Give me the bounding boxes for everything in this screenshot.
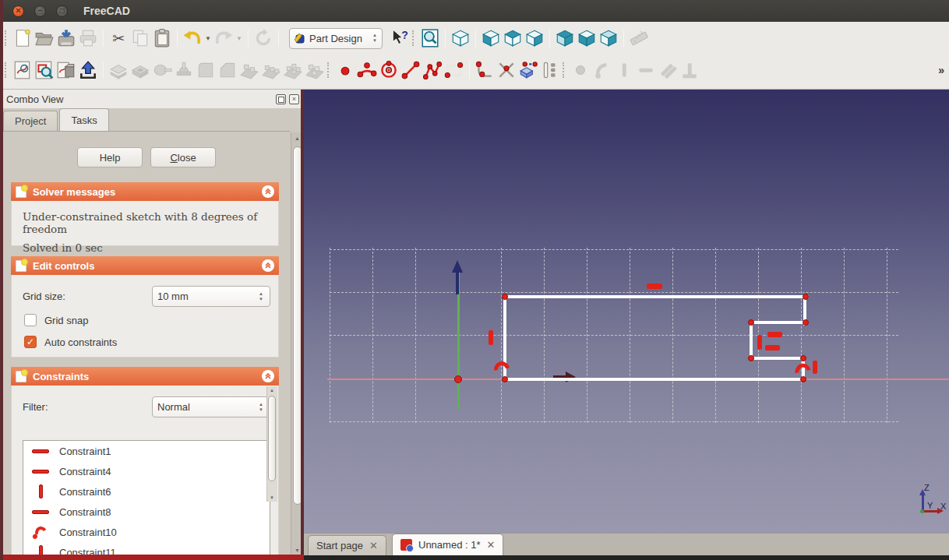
toolbar-handle[interactable]	[563, 62, 566, 78]
sketch-vertex[interactable]	[800, 355, 806, 361]
dock-close-icon[interactable]: ×	[289, 94, 299, 104]
constraint-list-item[interactable]: Constraint6	[23, 481, 270, 502]
constraint-scrollbar-thumb[interactable]	[268, 396, 276, 481]
create-line-icon[interactable]	[400, 59, 422, 81]
sketch-vertex[interactable]	[803, 294, 809, 300]
chamfer-icon[interactable]	[217, 59, 238, 81]
3d-viewport[interactable]: Z Y X	[304, 90, 949, 533]
linear-pattern-icon[interactable]	[260, 59, 282, 81]
filter-spinner-icon[interactable]: ▲▼	[259, 402, 263, 412]
constrain-perpendicular-icon[interactable]	[679, 59, 700, 81]
collapse-icon[interactable]	[262, 370, 274, 382]
toolbar-handle[interactable]	[327, 62, 330, 78]
window-maximize-button[interactable]: □	[56, 5, 68, 17]
pad-icon[interactable]	[108, 59, 129, 81]
close-button[interactable]: Close	[150, 147, 216, 167]
constrain-parallel-icon[interactable]	[657, 59, 679, 81]
workbench-selector[interactable]: Part Design ▲▼	[289, 28, 383, 49]
sketch-edge[interactable]	[503, 378, 806, 381]
toolbar-handle[interactable]	[412, 30, 415, 46]
workbench-spinner-icon[interactable]: ▲▼	[372, 33, 377, 43]
sketch-edge[interactable]	[750, 321, 807, 324]
fit-all-icon[interactable]	[419, 27, 441, 49]
view-rear-icon[interactable]	[554, 27, 576, 49]
tab-start-page[interactable]: Start page ✕	[308, 535, 386, 555]
collapse-icon[interactable]	[262, 185, 274, 198]
grid-size-spinner-icon[interactable]: ▲▼	[259, 291, 263, 301]
mirrored-icon[interactable]	[238, 59, 260, 81]
view-axonometric-icon[interactable]	[450, 27, 471, 49]
constraint-list-item[interactable]: Constraint1	[23, 441, 270, 461]
constraints-header[interactable]: Constraints	[11, 367, 279, 386]
constrain-point-on-object-icon[interactable]	[591, 59, 613, 81]
constraint-list-item[interactable]: Constraint4	[23, 461, 270, 481]
constraint-list-item[interactable]: Constraint8	[23, 502, 270, 522]
groove-icon[interactable]	[173, 59, 195, 81]
new-sketch-icon[interactable]	[12, 59, 34, 81]
tab-project[interactable]: Project	[3, 111, 58, 131]
view-right-icon[interactable]	[524, 27, 545, 49]
sketch-origin-point[interactable]	[454, 375, 462, 383]
refresh-icon[interactable]	[252, 27, 274, 49]
copy-icon[interactable]	[129, 27, 151, 49]
collapse-icon[interactable]	[262, 259, 274, 272]
grid-size-combobox[interactable]: 10 mm ▲▼	[152, 286, 270, 307]
save-document-icon[interactable]	[55, 27, 77, 49]
window-minimize-button[interactable]: −	[34, 5, 46, 17]
tab-unnamed-document[interactable]: Unnamed : 1* ✕	[392, 534, 503, 555]
undo-dropdown-icon[interactable]: ▼	[203, 27, 213, 49]
view-bottom-icon[interactable]	[576, 27, 598, 49]
map-sketch-icon[interactable]	[55, 59, 77, 81]
pocket-icon[interactable]	[129, 59, 151, 81]
dock-float-icon[interactable]	[276, 94, 286, 104]
sketch-edge[interactable]	[503, 295, 809, 298]
window-close-button[interactable]: ✕	[12, 5, 24, 17]
create-circle-icon[interactable]	[378, 59, 400, 81]
print-icon[interactable]	[77, 27, 99, 49]
trim-edge-icon[interactable]	[496, 59, 517, 81]
constraint-list-item[interactable]: Constraint10	[23, 522, 270, 542]
polar-pattern-icon[interactable]	[282, 59, 304, 81]
view-front-icon[interactable]	[480, 27, 502, 49]
view-top-icon[interactable]	[502, 27, 524, 49]
multitransform-icon[interactable]	[304, 59, 326, 81]
constrain-horizontal-icon[interactable]	[635, 59, 657, 81]
redo-dropdown-icon[interactable]: ▼	[235, 27, 244, 49]
edit-sketch-icon[interactable]	[34, 59, 55, 81]
sketch-edge[interactable]	[750, 321, 753, 360]
filter-combobox[interactable]: Normal ▲▼	[152, 396, 270, 417]
construction-mode-icon[interactable]	[539, 59, 561, 81]
leave-sketch-icon[interactable]	[77, 59, 99, 81]
undo-icon[interactable]	[182, 27, 203, 49]
auto-constraints-checkbox[interactable]: ✓	[24, 336, 37, 348]
open-document-icon[interactable]	[34, 27, 55, 49]
tab-close-icon[interactable]: ✕	[369, 540, 378, 551]
help-button[interactable]: Help	[77, 147, 143, 167]
new-document-icon[interactable]	[12, 27, 34, 49]
sketch-edge[interactable]	[750, 357, 805, 360]
toolbar-overflow-icon[interactable]: »	[938, 64, 944, 76]
grid-snap-checkbox[interactable]	[24, 314, 37, 326]
solver-messages-header[interactable]: Solver messages	[11, 182, 279, 201]
create-rectangle-icon[interactable]	[443, 59, 465, 81]
sketch-vertex[interactable]	[748, 355, 754, 361]
panel-splitter[interactable]	[301, 90, 304, 560]
sketch-vertex[interactable]	[502, 294, 508, 300]
sketch-vertex[interactable]	[748, 319, 754, 326]
edit-controls-header[interactable]: Edit controls	[11, 256, 279, 275]
constrain-coincident-icon[interactable]	[570, 59, 591, 81]
tab-close-icon[interactable]: ✕	[487, 539, 496, 551]
sketch-vertex[interactable]	[803, 319, 809, 326]
toolbar-handle[interactable]	[5, 30, 8, 46]
revolution-icon[interactable]	[151, 59, 173, 81]
create-point-icon[interactable]	[334, 59, 356, 81]
redo-icon[interactable]	[213, 27, 235, 49]
create-polyline-icon[interactable]	[422, 59, 443, 81]
measure-distance-icon[interactable]	[628, 27, 650, 49]
tab-tasks[interactable]: Tasks	[59, 108, 108, 131]
paste-icon[interactable]	[151, 27, 173, 49]
create-arc-icon[interactable]	[356, 59, 378, 81]
external-geometry-icon[interactable]	[517, 59, 539, 81]
whats-this-icon[interactable]: ?	[389, 27, 411, 49]
constraint-list-scrollbar[interactable]: ▲ ▼	[266, 386, 277, 502]
